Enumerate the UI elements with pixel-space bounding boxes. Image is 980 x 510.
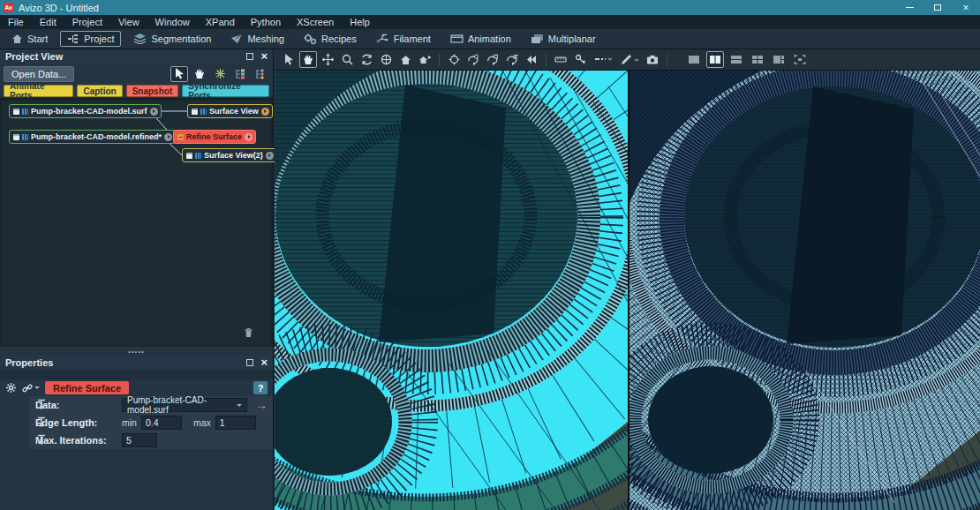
pin-port-icon[interactable] (37, 399, 46, 412)
float-panel-icon[interactable] (246, 53, 253, 60)
help-button[interactable]: ? (253, 381, 268, 394)
ribbon-segmentation[interactable]: Segmentation (126, 31, 218, 47)
node-surface-view-2[interactable]: Surface View(2) (182, 148, 277, 162)
workroom-toolbar: Start Project Segmentation Meshing Recip… (0, 29, 980, 49)
viewer-settings-button[interactable] (211, 66, 229, 82)
3d-viewport-canvas[interactable] (275, 71, 980, 510)
node-port-toggle[interactable] (261, 108, 269, 116)
quad-view-button[interactable] (749, 51, 766, 68)
ribbon-meshing[interactable]: Meshing (223, 31, 291, 47)
edge-min-input[interactable] (141, 416, 182, 430)
properties-gap (0, 370, 273, 379)
ribbon-project[interactable]: Project (60, 31, 121, 47)
film-icon (450, 34, 464, 44)
probe-pen-icon (621, 55, 638, 65)
view-all-button[interactable] (396, 51, 414, 68)
gear-icon[interactable] (5, 382, 17, 394)
show-connection-arrow-icon[interactable]: → (255, 398, 268, 412)
hand-tool-button[interactable] (191, 66, 208, 82)
rewind-icon (526, 55, 537, 64)
close-panel-icon[interactable]: × (260, 52, 268, 61)
stacked-view-button[interactable] (727, 51, 745, 68)
menu-help[interactable]: Help (342, 15, 378, 29)
menu-view[interactable]: View (110, 15, 147, 29)
synchronize-ports-button[interactable]: Synchronize Ports (182, 85, 269, 97)
list-view-button[interactable] (252, 66, 269, 82)
set-home-button[interactable] (416, 51, 433, 68)
panel-splitter[interactable]: ••••• (0, 347, 273, 356)
measure-tool-button[interactable] (552, 51, 569, 68)
ribbon-filament[interactable]: Filament (369, 31, 438, 47)
pin-port-icon[interactable] (37, 434, 46, 447)
trash-icon[interactable] (244, 327, 253, 340)
snapshot-button[interactable]: Snapshot (126, 85, 179, 97)
home-icon (400, 55, 411, 65)
pan-tool-button[interactable] (319, 51, 336, 68)
probe-tool-button[interactable] (617, 51, 642, 68)
data-icon (13, 134, 19, 140)
quad-alt-view-button[interactable] (770, 51, 788, 68)
single-view-button[interactable] (685, 51, 703, 68)
minimize-icon (906, 7, 914, 8)
menu-xscreen[interactable]: XScreen (289, 15, 342, 29)
project-view-title: Project View (5, 51, 63, 62)
caption-button[interactable]: Caption (77, 85, 122, 97)
node-port-toggle[interactable] (266, 152, 274, 160)
menu-edit[interactable]: Edit (32, 15, 64, 29)
orbit-tool-button[interactable] (358, 51, 375, 68)
link-dropdown[interactable] (22, 383, 40, 394)
avizo-window: { "window": {"title": "Avizo 3D - Untitl… (0, 0, 980, 510)
hand-tool-button[interactable] (299, 51, 317, 68)
pointer-icon (284, 54, 294, 65)
magnifier-icon (342, 54, 353, 65)
ribbon-start[interactable]: Start (4, 31, 55, 47)
menu-xpand[interactable]: XPand (198, 15, 243, 29)
pointer-key-button[interactable] (571, 51, 589, 68)
dual-view-button[interactable] (706, 51, 724, 68)
edge-max-input[interactable] (215, 416, 256, 430)
trackball-tool-button[interactable] (377, 51, 395, 68)
viewport-divider[interactable] (628, 71, 629, 510)
ribbon-animation[interactable]: Animation (443, 31, 518, 47)
tree-view-button[interactable] (231, 66, 249, 82)
pointer-tool-button[interactable] (170, 66, 188, 82)
animate-ports-button[interactable]: Animate Ports (4, 85, 73, 97)
open-data-button[interactable]: Open Data... (4, 66, 74, 82)
zoom-tool-button[interactable] (338, 51, 356, 68)
node-port-toggle[interactable] (150, 108, 158, 116)
link-icon (22, 383, 33, 394)
snapshot-button[interactable] (644, 51, 661, 68)
node-pump-bracket-surf[interactable]: Pump-bracket-CAD-model.surf (9, 104, 162, 118)
menu-file[interactable]: File (0, 15, 32, 29)
data-select[interactable]: Pump-bracket-CAD-model.surf (122, 398, 247, 412)
data-port-label: Data: (35, 400, 117, 410)
ribbon-recipes[interactable]: Recipes (297, 31, 364, 48)
chevron-down-icon (237, 404, 242, 407)
menu-project[interactable]: Project (64, 15, 110, 29)
module-name-badge[interactable]: Refine Surface (45, 381, 129, 394)
line-style-button[interactable] (591, 51, 615, 68)
minimize-button[interactable] (895, 0, 923, 15)
close-button[interactable]: × (952, 0, 980, 15)
rotate-y-button[interactable] (484, 51, 501, 68)
close-panel-icon[interactable]: × (260, 358, 268, 367)
menu-window[interactable]: Window (147, 15, 198, 29)
max-iterations-input[interactable] (122, 433, 157, 447)
pin-port-icon[interactable] (37, 416, 46, 430)
seek-button[interactable] (445, 51, 463, 68)
node-surface-view[interactable]: Surface View (187, 104, 273, 118)
rotate-x-button[interactable] (464, 51, 482, 68)
menu-python[interactable]: Python (243, 15, 289, 29)
maximize-button[interactable] (923, 0, 952, 15)
node-port-toggle[interactable] (245, 133, 253, 141)
node-port-toggle[interactable] (164, 133, 172, 141)
node-pump-bracket-refined[interactable]: Pump-bracket-CAD-model.refined* (9, 130, 176, 144)
rewind-button[interactable] (523, 51, 540, 68)
rotate-z-button[interactable] (503, 51, 521, 68)
fullscreen-button[interactable] (791, 51, 809, 68)
pointer-tool-button[interactable] (280, 51, 298, 68)
float-panel-icon[interactable] (246, 359, 253, 366)
project-node-graph[interactable]: Pump-bracket-CAD-model.surf Surface View… (0, 98, 273, 347)
node-refine-surface[interactable]: − Refine Surface (173, 130, 256, 144)
ribbon-multiplanar[interactable]: Multiplanar (524, 31, 603, 47)
